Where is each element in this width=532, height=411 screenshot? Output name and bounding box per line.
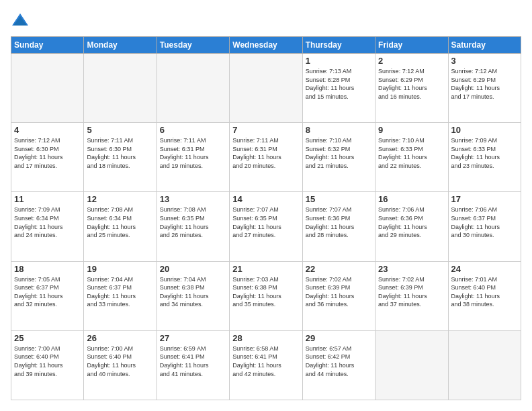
day-number: 19 bbox=[87, 264, 153, 274]
calendar-cell: 22Sunrise: 7:02 AM Sunset: 6:39 PM Dayli… bbox=[302, 261, 375, 330]
calendar-week-row: 18Sunrise: 7:05 AM Sunset: 6:37 PM Dayli… bbox=[11, 261, 521, 330]
calendar-cell: 6Sunrise: 7:11 AM Sunset: 6:31 PM Daylig… bbox=[157, 123, 229, 192]
calendar-cell: 21Sunrise: 7:03 AM Sunset: 6:38 PM Dayli… bbox=[230, 261, 302, 330]
day-number: 10 bbox=[451, 125, 518, 135]
calendar-cell: 15Sunrise: 7:07 AM Sunset: 6:36 PM Dayli… bbox=[302, 192, 375, 261]
day-info: Sunrise: 7:10 AM Sunset: 6:32 PM Dayligh… bbox=[306, 136, 372, 170]
calendar-cell: 25Sunrise: 7:00 AM Sunset: 6:40 PM Dayli… bbox=[11, 330, 84, 400]
calendar-cell: 7Sunrise: 7:11 AM Sunset: 6:31 PM Daylig… bbox=[230, 123, 302, 192]
calendar-cell: 3Sunrise: 7:12 AM Sunset: 6:29 PM Daylig… bbox=[448, 54, 521, 123]
day-info: Sunrise: 6:58 AM Sunset: 6:41 PM Dayligh… bbox=[232, 345, 299, 378]
day-number: 13 bbox=[160, 194, 226, 204]
header bbox=[11, 11, 521, 30]
calendar-cell: 23Sunrise: 7:02 AM Sunset: 6:39 PM Dayli… bbox=[375, 261, 448, 330]
day-number: 15 bbox=[306, 194, 372, 204]
day-number: 23 bbox=[378, 264, 445, 274]
calendar-cell: 9Sunrise: 7:10 AM Sunset: 6:33 PM Daylig… bbox=[375, 123, 448, 192]
calendar-header-row: SundayMondayTuesdayWednesdayThursdayFrid… bbox=[11, 37, 521, 54]
calendar-cell: 11Sunrise: 7:09 AM Sunset: 6:34 PM Dayli… bbox=[11, 192, 84, 261]
weekday-header: Friday bbox=[375, 37, 448, 54]
day-info: Sunrise: 7:08 AM Sunset: 6:35 PM Dayligh… bbox=[160, 205, 226, 239]
weekday-header: Sunday bbox=[11, 37, 84, 54]
calendar-body: 1Sunrise: 7:13 AM Sunset: 6:28 PM Daylig… bbox=[11, 54, 521, 400]
day-number: 17 bbox=[451, 194, 518, 204]
day-number: 21 bbox=[232, 264, 299, 274]
calendar-cell: 26Sunrise: 7:00 AM Sunset: 6:40 PM Dayli… bbox=[84, 330, 157, 400]
day-info: Sunrise: 7:03 AM Sunset: 6:38 PM Dayligh… bbox=[232, 275, 299, 309]
calendar-week-row: 4Sunrise: 7:12 AM Sunset: 6:30 PM Daylig… bbox=[11, 123, 521, 192]
calendar: SundayMondayTuesdayWednesdayThursdayFrid… bbox=[11, 36, 521, 400]
calendar-cell: 28Sunrise: 6:58 AM Sunset: 6:41 PM Dayli… bbox=[230, 330, 302, 400]
weekday-header: Wednesday bbox=[230, 37, 302, 54]
day-info: Sunrise: 7:06 AM Sunset: 6:37 PM Dayligh… bbox=[451, 205, 518, 239]
day-number: 27 bbox=[160, 333, 226, 343]
calendar-cell: 8Sunrise: 7:10 AM Sunset: 6:32 PM Daylig… bbox=[302, 123, 375, 192]
weekday-header: Thursday bbox=[302, 37, 375, 54]
logo bbox=[11, 11, 32, 30]
day-info: Sunrise: 7:11 AM Sunset: 6:30 PM Dayligh… bbox=[87, 136, 153, 170]
day-info: Sunrise: 6:59 AM Sunset: 6:41 PM Dayligh… bbox=[160, 345, 226, 378]
calendar-cell: 18Sunrise: 7:05 AM Sunset: 6:37 PM Dayli… bbox=[11, 261, 84, 330]
calendar-cell: 29Sunrise: 6:57 AM Sunset: 6:42 PM Dayli… bbox=[302, 330, 375, 400]
day-info: Sunrise: 7:07 AM Sunset: 6:36 PM Dayligh… bbox=[306, 205, 372, 239]
day-number: 14 bbox=[232, 194, 299, 204]
day-info: Sunrise: 7:12 AM Sunset: 6:29 PM Dayligh… bbox=[451, 67, 518, 101]
day-info: Sunrise: 7:11 AM Sunset: 6:31 PM Dayligh… bbox=[232, 136, 299, 170]
day-info: Sunrise: 7:00 AM Sunset: 6:40 PM Dayligh… bbox=[87, 345, 153, 378]
day-info: Sunrise: 7:09 AM Sunset: 6:34 PM Dayligh… bbox=[14, 205, 81, 239]
day-number: 6 bbox=[160, 125, 226, 135]
weekday-header: Monday bbox=[84, 37, 157, 54]
calendar-cell bbox=[230, 54, 302, 123]
day-number: 1 bbox=[306, 56, 372, 66]
day-number: 2 bbox=[378, 56, 445, 66]
day-info: Sunrise: 7:13 AM Sunset: 6:28 PM Dayligh… bbox=[306, 67, 372, 101]
day-info: Sunrise: 7:04 AM Sunset: 6:37 PM Dayligh… bbox=[87, 275, 153, 309]
day-number: 28 bbox=[232, 333, 299, 343]
day-number: 5 bbox=[87, 125, 153, 135]
day-number: 4 bbox=[14, 125, 81, 135]
day-number: 26 bbox=[87, 333, 153, 343]
calendar-cell: 14Sunrise: 7:07 AM Sunset: 6:35 PM Dayli… bbox=[230, 192, 302, 261]
calendar-cell bbox=[84, 54, 157, 123]
calendar-cell: 20Sunrise: 7:04 AM Sunset: 6:38 PM Dayli… bbox=[157, 261, 229, 330]
day-number: 9 bbox=[378, 125, 445, 135]
day-info: Sunrise: 7:05 AM Sunset: 6:37 PM Dayligh… bbox=[14, 275, 81, 309]
calendar-cell: 24Sunrise: 7:01 AM Sunset: 6:40 PM Dayli… bbox=[448, 261, 521, 330]
calendar-cell: 10Sunrise: 7:09 AM Sunset: 6:33 PM Dayli… bbox=[448, 123, 521, 192]
calendar-cell: 12Sunrise: 7:08 AM Sunset: 6:34 PM Dayli… bbox=[84, 192, 157, 261]
calendar-cell: 27Sunrise: 6:59 AM Sunset: 6:41 PM Dayli… bbox=[157, 330, 229, 400]
calendar-cell: 2Sunrise: 7:12 AM Sunset: 6:29 PM Daylig… bbox=[375, 54, 448, 123]
day-info: Sunrise: 6:57 AM Sunset: 6:42 PM Dayligh… bbox=[306, 345, 372, 378]
day-info: Sunrise: 7:08 AM Sunset: 6:34 PM Dayligh… bbox=[87, 205, 153, 239]
calendar-cell: 4Sunrise: 7:12 AM Sunset: 6:30 PM Daylig… bbox=[11, 123, 84, 192]
day-number: 11 bbox=[14, 194, 81, 204]
day-info: Sunrise: 7:09 AM Sunset: 6:33 PM Dayligh… bbox=[451, 136, 518, 170]
calendar-cell: 17Sunrise: 7:06 AM Sunset: 6:37 PM Dayli… bbox=[448, 192, 521, 261]
day-number: 20 bbox=[160, 264, 226, 274]
day-number: 7 bbox=[232, 125, 299, 135]
calendar-cell: 19Sunrise: 7:04 AM Sunset: 6:37 PM Dayli… bbox=[84, 261, 157, 330]
logo-icon bbox=[11, 11, 30, 30]
day-info: Sunrise: 7:11 AM Sunset: 6:31 PM Dayligh… bbox=[160, 136, 226, 170]
calendar-week-row: 1Sunrise: 7:13 AM Sunset: 6:28 PM Daylig… bbox=[11, 54, 521, 123]
day-number: 25 bbox=[14, 333, 81, 343]
weekday-header: Saturday bbox=[448, 37, 521, 54]
calendar-cell: 13Sunrise: 7:08 AM Sunset: 6:35 PM Dayli… bbox=[157, 192, 229, 261]
day-number: 3 bbox=[451, 56, 518, 66]
day-info: Sunrise: 7:10 AM Sunset: 6:33 PM Dayligh… bbox=[378, 136, 445, 170]
day-info: Sunrise: 7:07 AM Sunset: 6:35 PM Dayligh… bbox=[232, 205, 299, 239]
calendar-cell: 5Sunrise: 7:11 AM Sunset: 6:30 PM Daylig… bbox=[84, 123, 157, 192]
calendar-cell bbox=[11, 54, 84, 123]
day-number: 24 bbox=[451, 264, 518, 274]
weekday-header: Tuesday bbox=[157, 37, 229, 54]
calendar-cell: 1Sunrise: 7:13 AM Sunset: 6:28 PM Daylig… bbox=[302, 54, 375, 123]
day-number: 12 bbox=[87, 194, 153, 204]
day-number: 16 bbox=[378, 194, 445, 204]
day-info: Sunrise: 7:02 AM Sunset: 6:39 PM Dayligh… bbox=[306, 275, 372, 309]
day-info: Sunrise: 7:12 AM Sunset: 6:30 PM Dayligh… bbox=[14, 136, 81, 170]
day-number: 22 bbox=[306, 264, 372, 274]
day-info: Sunrise: 7:06 AM Sunset: 6:36 PM Dayligh… bbox=[378, 205, 445, 239]
day-number: 29 bbox=[306, 333, 372, 343]
calendar-cell: 16Sunrise: 7:06 AM Sunset: 6:36 PM Dayli… bbox=[375, 192, 448, 261]
day-number: 8 bbox=[306, 125, 372, 135]
